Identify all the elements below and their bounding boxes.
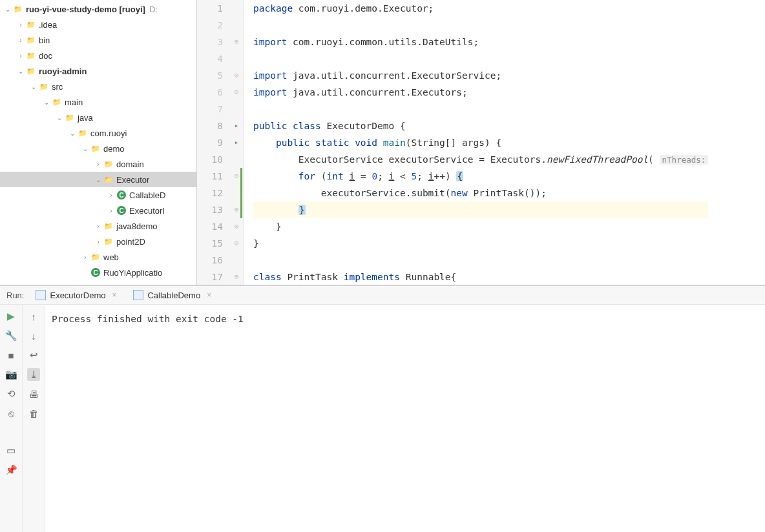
tree-label: ruoyi-admin (39, 66, 87, 76)
tree-label: main (65, 97, 83, 107)
code-line[interactable]: } (253, 235, 708, 252)
tree-trail: D: (149, 5, 158, 14)
tree-label: web (103, 252, 119, 262)
up-icon[interactable]: ↑ (27, 310, 40, 323)
code-line[interactable]: executorService.submit(new PrintTask()); (253, 185, 708, 201)
gutter-line-numbers: 1234567891011121314151617 (197, 0, 229, 285)
tree-label: CallableD (129, 190, 165, 200)
restart-icon[interactable]: ⟲ (5, 387, 17, 400)
tree-node-callabled[interactable]: ›CCallableD (0, 187, 196, 203)
tree-arrow-icon[interactable]: › (93, 161, 103, 168)
tree-label: .idea (39, 20, 57, 30)
rerun-icon[interactable]: ▶ (5, 310, 17, 323)
tree-arrow-icon[interactable]: ⌄ (67, 130, 78, 137)
tree-node-ruoyiapplicatio[interactable]: CRuoYiApplicatio (0, 265, 196, 280)
tree-label: demo (103, 144, 125, 154)
tree-node-demo[interactable]: ⌄📁demo (0, 141, 196, 156)
tree-node-domain[interactable]: ›📁domain (0, 156, 196, 172)
close-icon[interactable]: × (112, 291, 116, 300)
tree-arrow-icon[interactable]: ⌄ (41, 99, 52, 106)
exit-icon[interactable]: ⎋ (5, 407, 17, 420)
tree-label: java (78, 113, 93, 123)
code-area[interactable]: package com.ruoyi.demo.Executor; import … (244, 0, 708, 285)
tree-label: Executor (116, 175, 149, 185)
fold-icon[interactable]: ▸ (235, 121, 239, 130)
print-icon[interactable]: 🖶 (27, 387, 40, 400)
tree-node-com-ruoyi[interactable]: ⌄📁com.ruoyi (0, 125, 196, 141)
tree-arrow-icon[interactable]: ⌄ (28, 83, 39, 90)
wrench-icon[interactable]: 🔧 (5, 329, 17, 342)
tree-arrow-icon[interactable]: › (106, 207, 116, 214)
run-toolbar-secondary: ↑ ↓ ↩ ⤓ 🖶 🗑 (23, 305, 45, 532)
code-line[interactable]: import java.util.concurrent.ExecutorServ… (253, 67, 708, 84)
tree-node-web[interactable]: ›📁web (0, 249, 196, 265)
code-line[interactable]: ExecutorService executorService = Execut… (253, 151, 708, 168)
tree-node-java8demo[interactable]: ›📁java8demo (0, 218, 196, 234)
tree-arrow-icon[interactable]: › (16, 52, 26, 59)
delete-icon[interactable]: 🗑 (27, 407, 40, 420)
tree-arrow-icon[interactable]: › (80, 254, 90, 261)
code-line[interactable] (253, 17, 708, 34)
tree-label: RuoYiApplicatio (103, 268, 162, 278)
tree-label: java8demo (116, 221, 158, 231)
code-line[interactable]: package com.ruoyi.demo.Executor; (253, 0, 708, 17)
pin-icon[interactable]: 📌 (5, 464, 17, 476)
code-line[interactable]: } (253, 218, 708, 235)
tree-node-src[interactable]: ⌄📁src (0, 79, 196, 94)
code-line[interactable]: for (int i = 0; i < 5; i++) { (253, 168, 708, 185)
tree-arrow-icon[interactable]: › (16, 37, 26, 44)
tree-node-executori[interactable]: ›CExecutorI (0, 203, 196, 218)
tree-label: ruo-yi-vue-study-demo [ruoyi] (26, 5, 145, 14)
run-tab-callabledemo[interactable]: CallableDemo × (128, 286, 216, 304)
code-line[interactable]: import com.ruoyi.common.utils.DateUtils; (253, 34, 708, 50)
tree-node-ruo-yi-vue-study-demo-ruoyi-[interactable]: ⌄📁ruo-yi-vue-study-demo [ruoyi]D: (0, 1, 196, 17)
code-line[interactable]: public static void main(String[] args) { (253, 134, 708, 151)
console-line: Process finished with exit code -1 (52, 314, 759, 324)
scroll-to-end-icon[interactable]: ⤓ (27, 368, 40, 381)
tree-node-bin[interactable]: ›📁bin (0, 32, 196, 48)
tree-arrow-icon[interactable]: ⌄ (16, 68, 26, 75)
console-output[interactable]: Process finished with exit code -1 (45, 305, 765, 532)
dump-threads-icon[interactable]: 📷 (5, 368, 17, 381)
tree-arrow-icon[interactable]: ⌄ (93, 176, 103, 183)
code-line[interactable] (253, 101, 708, 118)
tree-node-point2d[interactable]: ›📁point2D (0, 234, 196, 249)
tree-arrow-icon[interactable]: ⌄ (54, 114, 65, 121)
tree-arrow-icon[interactable]: › (93, 238, 103, 245)
run-tab-executordemo[interactable]: ExecutorDemo × (30, 286, 121, 304)
code-line[interactable] (253, 252, 708, 269)
tree-arrow-icon[interactable]: › (16, 21, 26, 28)
run-panel-label: Run: (6, 291, 24, 300)
run-config-icon (36, 290, 46, 300)
tree-node--idea[interactable]: ›📁.idea (0, 17, 196, 32)
tree-arrow-icon[interactable]: › (106, 192, 116, 199)
tree-node-ruoyi-admin[interactable]: ⌄📁ruoyi-admin (0, 63, 196, 79)
run-config-icon (133, 290, 143, 300)
tree-label: src (52, 82, 63, 92)
project-tree[interactable]: ⌄📁ruo-yi-vue-study-demo [ruoyi]D:›📁.idea… (0, 0, 197, 285)
tree-arrow-icon[interactable]: ⌄ (3, 6, 13, 13)
tree-label: ExecutorI (129, 206, 165, 216)
fold-icon[interactable]: ▸ (235, 138, 239, 147)
code-line[interactable] (253, 50, 708, 67)
run-tab-label: ExecutorDemo (50, 291, 105, 300)
tree-arrow-icon[interactable]: ⌄ (80, 145, 90, 152)
soft-wrap-icon[interactable]: ↩ (27, 349, 40, 362)
tree-node-doc[interactable]: ›📁doc (0, 48, 196, 63)
tree-node-executor[interactable]: ⌄📁Executor (0, 172, 196, 187)
tree-node-java[interactable]: ⌄📁java (0, 110, 196, 125)
code-line[interactable]: } (253, 201, 708, 218)
layout-icon[interactable]: ▭ (5, 444, 17, 457)
code-editor[interactable]: 1234567891011121314151617 ⊖ ⊖⊖ ▸▸ ⊖ ⊖⊖⊖ … (197, 0, 765, 285)
down-icon[interactable]: ↓ (27, 329, 40, 342)
code-line[interactable]: import java.util.concurrent.Executors; (253, 84, 708, 101)
code-line[interactable]: class PrintTask implements Runnable{ (253, 269, 708, 285)
run-tab-label: CallableDemo (147, 291, 200, 300)
code-line[interactable]: public class ExecutorDemo { (253, 118, 708, 134)
tree-node-main[interactable]: ⌄📁main (0, 94, 196, 110)
gutter-fold-column[interactable]: ⊖ ⊖⊖ ▸▸ ⊖ ⊖⊖⊖ ⊖ (229, 0, 244, 285)
stop-icon[interactable]: ■ (5, 349, 17, 362)
tree-arrow-icon[interactable]: › (93, 223, 103, 230)
tree-label: point2D (116, 237, 145, 247)
close-icon[interactable]: × (207, 291, 211, 300)
